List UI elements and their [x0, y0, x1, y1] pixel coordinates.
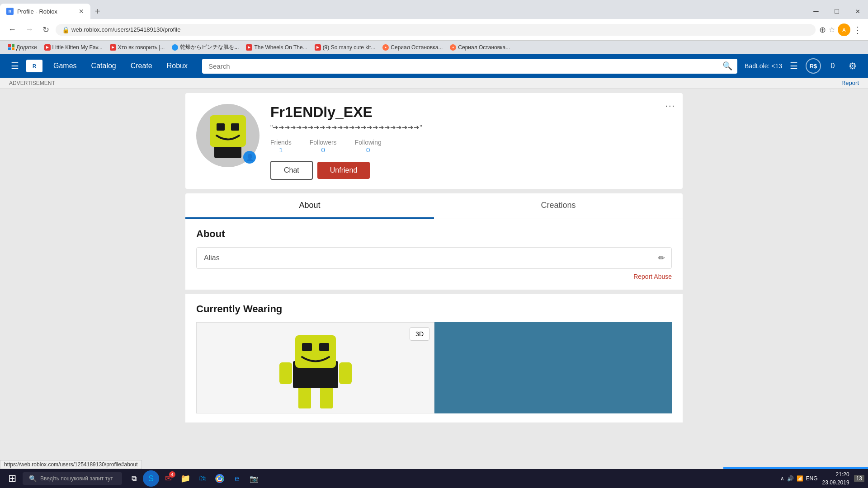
- profile-actions: Chat Unfriend: [270, 161, 672, 180]
- bookmark-3-label: 乾燥からピンチな肌を...: [180, 43, 239, 51]
- followers-label: Followers: [310, 139, 337, 146]
- report-link[interactable]: Report: [841, 80, 859, 86]
- maximize-button[interactable]: □: [826, 4, 847, 19]
- clock-time: 21:20: [822, 470, 849, 479]
- start-button[interactable]: ⊞: [4, 471, 21, 486]
- nav-right: BadLole: <13 ☰ R$ 0 ⚙: [745, 58, 861, 74]
- bookmark-yt4-icon: ▶: [315, 44, 321, 51]
- following-label: Following: [355, 139, 382, 146]
- wearing-right-panel: [434, 322, 672, 413]
- translate-icon[interactable]: ⊕: [819, 25, 826, 35]
- svg-rect-10: [295, 335, 336, 368]
- chat-button[interactable]: Chat: [270, 161, 313, 180]
- wearing-title: Currently Wearing: [196, 303, 672, 315]
- browser-frame: R Profile - Roblox ✕ + ─ □ ✕ ← → ↻ 🔒 ⊕ ☆…: [0, 0, 868, 54]
- report-abuse-link[interactable]: Report Abuse: [633, 273, 672, 280]
- settings-nav-button[interactable]: ⚙: [844, 58, 861, 74]
- profile-status: "➔➔➔➔➔➔➔➔➔➔➔➔➔➔➔➔➔➔➔➔➔➔➔➔➔": [270, 123, 672, 131]
- tabs-row: About Creations: [185, 193, 683, 219]
- task-view-button[interactable]: ⧉: [126, 470, 142, 487]
- new-tab-button[interactable]: +: [90, 5, 105, 19]
- svg-rect-3: [217, 123, 225, 131]
- bookmark-yt2-icon: ▶: [110, 44, 116, 51]
- profile-more-button[interactable]: ···: [665, 100, 675, 111]
- svg-rect-5: [298, 386, 311, 408]
- avatar-container: 👤: [196, 104, 259, 167]
- bookmark-7[interactable]: ♦ Сериал Остановка...: [447, 43, 513, 52]
- skype-icon-button[interactable]: S: [143, 470, 159, 487]
- bookmark-serial1-icon: ♦: [382, 44, 389, 51]
- avatar-badge: 👤: [243, 151, 256, 164]
- unfriend-button[interactable]: Unfriend: [317, 162, 370, 179]
- forward-button[interactable]: →: [23, 23, 36, 36]
- following-count[interactable]: 0: [355, 146, 382, 154]
- hamburger-menu-button[interactable]: ☰: [7, 57, 23, 75]
- roblox-logo[interactable]: R: [26, 60, 42, 72]
- svg-rect-4: [231, 123, 239, 131]
- nav-links: Games Catalog Create Robux: [46, 54, 195, 78]
- store-icon-button[interactable]: 🛍: [194, 470, 211, 487]
- volume-icon[interactable]: 🔊: [787, 475, 794, 482]
- bookmark-2[interactable]: ▶ Хто як говорить |...: [107, 43, 168, 52]
- alias-label: Alias: [204, 254, 220, 262]
- friends-label: Friends: [270, 139, 292, 146]
- active-tab[interactable]: R Profile - Roblox ✕: [0, 4, 90, 19]
- tray-arrow-icon[interactable]: ∧: [780, 475, 784, 482]
- camera-icon-button[interactable]: 📷: [246, 470, 262, 487]
- bookmark-1[interactable]: ▶ Little Kitten My Fav...: [42, 43, 105, 52]
- reload-button[interactable]: ↻: [40, 23, 52, 37]
- alias-box: Alias ✏: [196, 247, 672, 269]
- search-button[interactable]: 🔍: [717, 59, 737, 74]
- wearing-section: Currently Wearing 3D: [185, 294, 683, 422]
- search-input[interactable]: [202, 59, 737, 74]
- catalog-nav-link[interactable]: Catalog: [84, 54, 123, 78]
- window-controls: ─ □ ✕: [806, 4, 868, 19]
- notification-count-badge[interactable]: 13: [854, 475, 864, 482]
- close-button[interactable]: ✕: [847, 4, 868, 19]
- games-nav-link[interactable]: Games: [46, 54, 84, 78]
- svg-rect-8: [279, 362, 292, 384]
- bookmark-5[interactable]: ▶ (9) So many cute kit...: [312, 43, 378, 52]
- taskbar-search-box[interactable]: 🔍 Введіть пошуковий запит тут: [23, 472, 122, 485]
- search-bar-container: 🔍: [202, 59, 737, 74]
- followers-count[interactable]: 0: [310, 146, 337, 154]
- bookmark-4[interactable]: ▶ The Wheels On The...: [243, 43, 310, 52]
- followers-stat: Followers 0: [310, 139, 337, 154]
- tab-about[interactable]: About: [185, 193, 434, 219]
- avatar-badge-icon: 👤: [246, 154, 254, 161]
- bookmarks-bar: Додатки ▶ Little Kitten My Fav... ▶ Хто …: [0, 41, 868, 54]
- wearing-content: 3D: [196, 322, 672, 413]
- edge-icon-button[interactable]: e: [229, 470, 245, 487]
- notifications-nav-button[interactable]: 0: [825, 58, 841, 74]
- bookmark-apps[interactable]: Додатки: [5, 43, 40, 52]
- taskbar-clock[interactable]: 21:20 23.09.2019: [822, 470, 849, 487]
- bookmark-3[interactable]: 乾燥からピンチな肌を...: [169, 42, 241, 52]
- ad-label: ADVERTISEMENT: [9, 80, 55, 86]
- create-nav-link[interactable]: Create: [123, 54, 160, 78]
- back-button[interactable]: ←: [5, 23, 19, 36]
- tab-close-button[interactable]: ✕: [79, 8, 84, 15]
- friends-count[interactable]: 1: [270, 146, 292, 154]
- wifi-icon[interactable]: 📶: [797, 475, 803, 482]
- profile-info: Fr1ENDly_EXE "➔➔➔➔➔➔➔➔➔➔➔➔➔➔➔➔➔➔➔➔➔➔➔➔➔"…: [270, 104, 672, 180]
- mail-icon-button[interactable]: ✉ 4: [160, 470, 176, 487]
- files-icon-button[interactable]: 📁: [177, 470, 193, 487]
- chrome-icon-button[interactable]: [212, 470, 228, 487]
- bookmark-6[interactable]: ♦ Сериал Остановка...: [380, 43, 445, 52]
- bookmark-2-label: Хто як говорить |...: [118, 44, 165, 51]
- robux-nav-link[interactable]: Robux: [160, 54, 195, 78]
- 3d-button[interactable]: 3D: [410, 327, 429, 341]
- robux-nav-icon-button[interactable]: R$: [806, 58, 821, 74]
- minimize-button[interactable]: ─: [806, 4, 826, 19]
- address-row: 🔒: [56, 24, 816, 36]
- address-input[interactable]: [71, 26, 809, 33]
- tab-creations[interactable]: Creations: [434, 193, 683, 219]
- svg-rect-2: [210, 115, 246, 147]
- chat-nav-icon-button[interactable]: ☰: [786, 58, 802, 74]
- edit-icon[interactable]: ✏: [658, 253, 665, 263]
- menu-dots-icon[interactable]: ⋮: [853, 24, 863, 35]
- bookmark-star-icon[interactable]: ☆: [829, 25, 835, 34]
- bookmark-yt-icon: ▶: [44, 44, 51, 51]
- about-title: About: [196, 228, 672, 240]
- nav-avatar[interactable]: A: [838, 23, 850, 36]
